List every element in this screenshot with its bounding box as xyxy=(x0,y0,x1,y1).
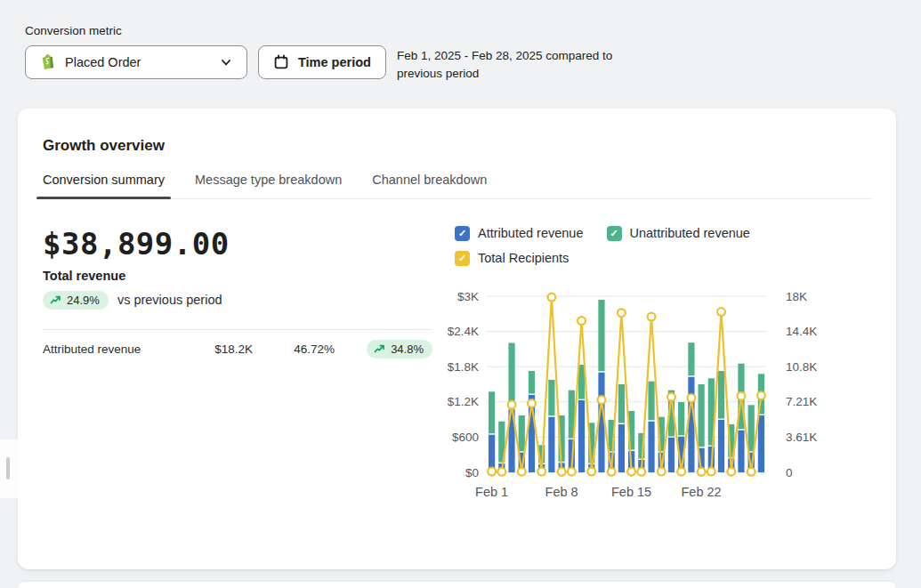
tab-conversion-summary[interactable]: Conversion summary xyxy=(43,173,165,198)
svg-text:$600: $600 xyxy=(452,430,479,443)
time-period-button[interactable]: Time period xyxy=(258,45,386,79)
conversion-metric-dropdown[interactable]: Placed Order xyxy=(25,45,247,79)
calendar-icon xyxy=(273,54,289,70)
next-card-edge xyxy=(18,582,896,588)
change-badge-value: 24.9% xyxy=(67,294,100,307)
checkbox-checked-icon[interactable]: ✓ xyxy=(455,251,470,266)
legend-label: Total Recipients xyxy=(478,251,569,265)
change-caption: vs previous period xyxy=(117,293,222,307)
change-badge: 24.9% xyxy=(43,291,109,310)
svg-text:Feb 1: Feb 1 xyxy=(475,485,508,499)
legend-label: Unattributed revenue xyxy=(630,226,750,240)
card-title: Growth overview xyxy=(43,137,871,155)
top-controls: Conversion metric Placed Order xyxy=(0,0,921,84)
svg-text:$3K: $3K xyxy=(457,289,479,302)
summary-column: $38,899.00 Total revenue 24.9% vs previo… xyxy=(43,226,448,510)
page-scrollbar-gutter xyxy=(0,439,19,498)
total-revenue-value: $38,899.00 xyxy=(43,226,448,262)
svg-text:14.4K: 14.4K xyxy=(786,325,817,338)
legend-item-total-recipients[interactable]: ✓ Total Recipients xyxy=(455,251,569,266)
growth-overview-card: Growth overview Conversion summary Messa… xyxy=(18,109,896,569)
legend-item-attributed-revenue[interactable]: ✓ Attributed revenue xyxy=(455,226,584,241)
svg-text:3.61K: 3.61K xyxy=(786,430,817,443)
metric-row-share: 46.72% xyxy=(253,342,335,356)
conversion-metric-value: Placed Order xyxy=(65,55,209,69)
checkbox-checked-icon[interactable]: ✓ xyxy=(455,226,470,241)
trend-up-icon xyxy=(374,343,386,354)
metric-row-change-badge: 34.8% xyxy=(367,340,432,358)
metric-row-label: Attributed revenue xyxy=(43,342,171,356)
metric-row-change-value: 34.8% xyxy=(391,342,424,356)
time-period-label: Time period xyxy=(298,55,371,69)
checkbox-checked-icon[interactable]: ✓ xyxy=(607,226,622,241)
shopify-icon xyxy=(38,53,56,71)
svg-text:Feb 8: Feb 8 xyxy=(545,485,578,499)
svg-text:10.8K: 10.8K xyxy=(786,359,817,373)
svg-text:7.21K: 7.21K xyxy=(786,395,817,408)
legend-item-unattributed-revenue[interactable]: ✓ Unattributed revenue xyxy=(607,226,750,241)
tabs: Conversion summary Message type breakdow… xyxy=(43,173,871,199)
page-scrollbar-thumb[interactable] xyxy=(6,457,10,479)
chevron-down-icon xyxy=(218,54,234,70)
svg-text:0: 0 xyxy=(786,465,793,479)
revenue-recipients-chart[interactable]: $00$6003.61K$1.2K7.21K$1.8K10.8K$2.4K14.… xyxy=(444,286,871,510)
attributed-revenue-row[interactable]: Attributed revenue $18.2K 46.72% 34.8% xyxy=(43,329,432,358)
tab-message-type-breakdown[interactable]: Message type breakdown xyxy=(195,173,342,198)
svg-text:$0: $0 xyxy=(465,465,479,479)
svg-text:$1.2K: $1.2K xyxy=(448,395,479,408)
legend-label: Attributed revenue xyxy=(478,226,584,240)
chart-legend: ✓ Attributed revenue ✓ Unattributed reve… xyxy=(455,226,837,266)
svg-text:$1.8K: $1.8K xyxy=(448,359,479,373)
total-revenue-label: Total revenue xyxy=(43,269,448,283)
date-range-text: Feb 1, 2025 - Feb 28, 2025 compared to p… xyxy=(397,45,633,84)
chart-column: ✓ Attributed revenue ✓ Unattributed reve… xyxy=(448,226,871,510)
metric-row-value: $18.2K xyxy=(171,342,253,356)
tab-channel-breakdown[interactable]: Channel breakdown xyxy=(372,173,487,198)
svg-text:$2.4K: $2.4K xyxy=(448,325,479,338)
conversion-metric-label: Conversion metric xyxy=(25,24,896,37)
svg-text:Feb 22: Feb 22 xyxy=(682,485,722,499)
svg-text:Feb 15: Feb 15 xyxy=(611,485,651,499)
trend-up-icon xyxy=(50,294,62,305)
svg-text:18K: 18K xyxy=(786,289,807,302)
